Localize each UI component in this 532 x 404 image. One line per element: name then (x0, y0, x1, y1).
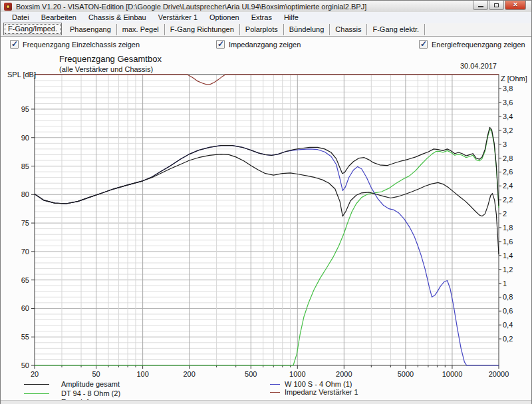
y-right-tick-label: 1,8 (503, 224, 513, 232)
y-left-tick-label: 75 (21, 219, 29, 227)
chart-title: Frequenzgang Gesamtbox (59, 54, 162, 64)
y-right-tick-label: 3,6 (503, 99, 513, 106)
y-axis-left-title: SPL [dB] (7, 71, 36, 79)
legend-item-impedanz: Impedanz Verstärker 1 (270, 388, 358, 396)
y-right-tick-label: 1,2 (503, 266, 513, 274)
y-axis-right-title: Z [Ohm] (501, 75, 527, 83)
y-right-tick-label: 1,4 (503, 252, 513, 260)
x-tick-label: 20 (31, 370, 39, 378)
legend-label: DT 94 - 8 Ohm (2) (61, 389, 120, 397)
x-tick-label: 10000 (442, 370, 463, 378)
y-right-tick-label: 3,2 (503, 126, 513, 134)
legend-line-amplitude (24, 384, 49, 385)
y-right-tick-label: 3,4 (503, 112, 513, 120)
app-window: Boxsim V1.20 - VISATON-Edition [D:\Googl… (0, 0, 532, 404)
y-right-tick-label: 0,6 (503, 307, 513, 315)
y-right-tick-label: 0,8 (503, 293, 513, 301)
legend-line-w100s (270, 384, 280, 385)
x-tick-label: 20000 (489, 370, 509, 378)
x-tick-label: 50 (92, 370, 100, 378)
legend-line-dt94 (24, 393, 49, 394)
y-left-tick-label: 60 (21, 304, 29, 312)
x-tick-label: 5000 (398, 370, 414, 378)
y-right-tick-label: 0,2 (503, 335, 513, 343)
x-tick-label: 2000 (336, 370, 352, 378)
y-left-tick-label: 80 (21, 190, 29, 198)
legend-label: Impedanz Verstärker 1 (285, 388, 358, 396)
x-tick-label: 100 (136, 370, 148, 378)
chart-subtitle: (alle Verstärker und Chassis) (59, 65, 153, 73)
y-right-tick-label: 2 (503, 210, 507, 218)
y-left-tick-label: 55 (21, 333, 29, 341)
legend-item-w100s: W 100 S - 4 Ohm (1) (270, 380, 352, 388)
y-right-tick-label: 2,2 (503, 196, 513, 204)
bottom-strip (1, 400, 531, 404)
y-right-tick-label: 0,4 (503, 321, 513, 329)
y-left-tick-label: 70 (21, 248, 29, 256)
x-tick-label: 500 (245, 370, 257, 378)
y-left-tick-label: 50 (21, 361, 29, 369)
y-right-tick-label: 2,6 (503, 168, 513, 176)
legend-line-impedanz (270, 392, 280, 393)
legend-label: Amplitude gesamt (61, 380, 120, 388)
y-left-tick-label: 90 (21, 134, 29, 142)
legend-label: W 100 S - 4 Ohm (1) (285, 380, 352, 388)
y-right-tick-label: 1 (503, 280, 507, 288)
x-tick-label: 1000 (289, 370, 305, 378)
y-left-tick-label: 85 (21, 162, 29, 170)
legend-item-dt94: DT 94 - 8 Ohm (2) (24, 389, 120, 397)
y-left-tick-label: 65 (21, 276, 29, 284)
x-tick-label: 200 (183, 370, 195, 378)
chart-date: 30.04.2017 (460, 62, 497, 70)
y-right-tick-label: 3,8 (503, 85, 513, 93)
y-left-tick-label: 95 (21, 105, 29, 113)
y-right-tick-label: 1,6 (503, 238, 513, 246)
plot-area (35, 75, 499, 365)
y-right-tick-label: 3 (503, 140, 507, 148)
y-right-tick-label: 2,4 (503, 182, 513, 190)
y-right-tick-label: 2,8 (503, 154, 513, 162)
legend-item-amplitude: Amplitude gesamt (24, 380, 120, 388)
